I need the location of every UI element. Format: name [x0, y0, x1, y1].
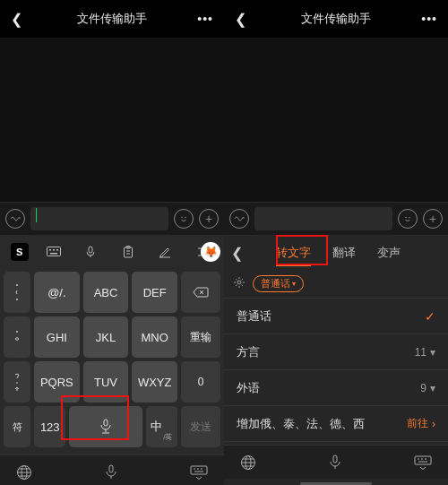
- plus-icon[interactable]: +: [199, 209, 219, 229]
- keyboard-panel: S 🦊 @/. ABC DEF GHI J: [0, 236, 224, 485]
- collapse-keyboard-icon[interactable]: [414, 455, 432, 470]
- svg-point-0: [181, 217, 183, 219]
- chat-header: ❮ 文件传输助手 •••: [224, 0, 448, 38]
- voice-lang-bar: 普通话▾: [224, 270, 448, 299]
- key-ghi[interactable]: GHI: [34, 316, 80, 358]
- chevron-down-icon: ▾: [430, 346, 435, 359]
- row-label: 外语: [237, 380, 260, 396]
- svg-point-20: [409, 217, 410, 219]
- language-pill[interactable]: 普通话▾: [253, 275, 304, 292]
- svg-rect-4: [53, 249, 55, 251]
- toolbar-edit-icon[interactable]: [153, 246, 177, 258]
- svg-rect-5: [56, 249, 58, 251]
- key-reinput[interactable]: 重输: [181, 316, 220, 358]
- svg-rect-8: [124, 247, 132, 257]
- voice-panel: ❮ 转文字 翻译 变声 普通话▾ 普通话 ✓ 方言 11▾ 外语 9▾: [224, 236, 448, 485]
- key-space-mic[interactable]: [69, 406, 142, 447]
- row-add-langs[interactable]: 增加俄、泰、法、德、西 前往›: [224, 406, 448, 442]
- key-abc[interactable]: ABC: [83, 272, 129, 313]
- row-label: 普通话: [237, 308, 271, 325]
- key-backspace[interactable]: [181, 272, 220, 313]
- globe-icon[interactable]: [240, 455, 256, 471]
- row-value: 9▾: [420, 382, 435, 394]
- key-send[interactable]: 发送: [181, 406, 220, 447]
- row-mandarin[interactable]: 普通话 ✓: [224, 299, 448, 334]
- check-icon: ✓: [425, 309, 435, 324]
- svg-point-13: [16, 382, 18, 384]
- message-input[interactable]: [254, 207, 392, 230]
- right-phone-pane: ❮ 文件传输助手 ••• + ❮ 转文字 翻译 变声: [224, 0, 448, 485]
- input-bar: +: [224, 202, 448, 236]
- emoji-icon[interactable]: [174, 209, 194, 229]
- keyboard-toolbar: S 🦊: [0, 236, 224, 268]
- punct-side-key-2[interactable]: [4, 316, 30, 358]
- svg-point-1: [185, 217, 186, 219]
- svg-rect-17: [109, 465, 113, 472]
- toolbar-mic-icon[interactable]: [79, 246, 102, 258]
- toolbar-keyboard-icon[interactable]: [42, 247, 65, 257]
- tab-translate[interactable]: 翻译: [322, 236, 366, 270]
- key-mno[interactable]: MNO: [132, 316, 177, 358]
- key-def[interactable]: DEF: [132, 272, 177, 313]
- plus-icon[interactable]: +: [423, 209, 443, 229]
- chat-header: ❮ 文件传输助手 •••: [0, 0, 224, 38]
- bottom-mic-icon[interactable]: [105, 464, 117, 481]
- punct-side-key[interactable]: [4, 272, 30, 313]
- key-wxyz[interactable]: WXYZ: [132, 361, 177, 403]
- row-dialect[interactable]: 方言 11▾: [224, 334, 448, 370]
- svg-rect-14: [104, 420, 108, 426]
- svg-point-21: [237, 281, 241, 284]
- gear-icon[interactable]: [233, 276, 246, 291]
- svg-point-12: [16, 331, 18, 333]
- keyboard-bottom-bar: [0, 455, 224, 485]
- more-button[interactable]: •••: [421, 12, 437, 26]
- tab-to-text[interactable]: 转文字: [265, 236, 322, 270]
- back-button[interactable]: ❮: [11, 11, 22, 28]
- row-foreign[interactable]: 外语 9▾: [224, 370, 448, 406]
- svg-rect-25: [415, 456, 431, 464]
- keypad-grid: @/. ABC DEF GHI JKL MNO 重输 PQRS TUV WXYZ: [0, 268, 224, 455]
- row-value: 前往›: [407, 416, 435, 431]
- voice-wave-icon[interactable]: [5, 209, 25, 229]
- row-value: 11▾: [415, 346, 435, 359]
- key-pqrs[interactable]: PQRS: [34, 361, 80, 403]
- voice-back-button[interactable]: ❮: [231, 245, 253, 262]
- user-avatar[interactable]: 🦊: [201, 242, 220, 262]
- key-symbol[interactable]: 符: [4, 406, 30, 447]
- message-input[interactable]: [30, 207, 168, 230]
- key-lang[interactable]: 中/英: [146, 406, 177, 447]
- voice-wave-icon[interactable]: [229, 209, 249, 229]
- chevron-right-icon: ›: [432, 418, 435, 430]
- svg-point-11: [16, 299, 18, 300]
- key-zero[interactable]: 0: [181, 361, 220, 403]
- left-phone-pane: ❮ 文件传输助手 ••• + S 🦊: [0, 0, 224, 485]
- svg-point-19: [405, 217, 407, 219]
- punct-side-key-3[interactable]: [4, 361, 30, 403]
- toolbar-clipboard-icon[interactable]: [116, 246, 140, 258]
- row-label: 增加俄、泰、法、德、西: [237, 416, 365, 432]
- chat-area: [0, 38, 224, 202]
- key-tuv[interactable]: TUV: [83, 361, 129, 403]
- svg-rect-6: [50, 253, 57, 255]
- svg-rect-2: [47, 247, 60, 256]
- input-bar: +: [0, 202, 224, 236]
- key-123[interactable]: 123: [34, 406, 65, 447]
- collapse-keyboard-icon[interactable]: [190, 465, 208, 480]
- bottom-mic-icon[interactable]: [329, 455, 341, 471]
- keyboard-bottom-bar: [224, 445, 448, 479]
- more-button[interactable]: •••: [197, 12, 213, 26]
- svg-rect-24: [333, 455, 337, 463]
- back-button[interactable]: ❮: [235, 11, 246, 28]
- svg-point-10: [16, 284, 18, 286]
- sogou-logo-icon[interactable]: S: [11, 243, 29, 261]
- key-1[interactable]: @/.: [34, 272, 80, 313]
- key-jkl[interactable]: JKL: [83, 316, 129, 358]
- emoji-icon[interactable]: [398, 209, 418, 229]
- chevron-down-icon: ▾: [430, 382, 435, 394]
- voice-tabs: ❮ 转文字 翻译 变声: [224, 236, 448, 270]
- chat-area: [224, 38, 448, 202]
- svg-rect-18: [191, 466, 207, 474]
- tab-voice-change[interactable]: 变声: [366, 236, 411, 270]
- svg-rect-7: [89, 247, 92, 253]
- globe-icon[interactable]: [16, 464, 32, 481]
